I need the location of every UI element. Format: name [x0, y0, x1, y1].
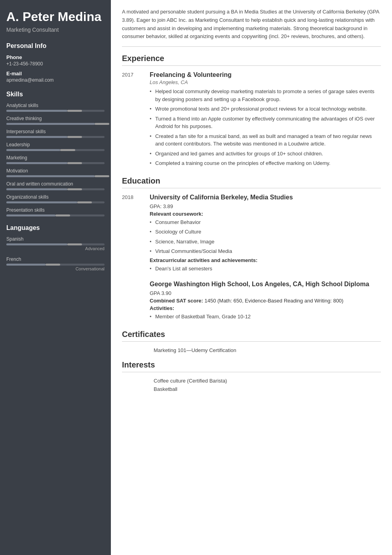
entry-subtitle: Los Angeles, CA [150, 79, 381, 85]
candidate-name: A. Peter Medina [6, 10, 105, 24]
entry-title: Freelancing & Volunteering [150, 71, 381, 78]
certificates-section: Certificates Marketing 101—Udemy Certifi… [122, 330, 381, 353]
skill-bar [6, 214, 105, 216]
main-content: A motivated and personable student pursu… [111, 0, 392, 555]
personal-info-heading: Personal Info [6, 42, 105, 50]
coursework-item: Sociology of Culture [150, 228, 381, 236]
entry-year: 2018 [122, 194, 150, 275]
entry-content: Freelancing & Volunteering Los Angeles, … [150, 71, 381, 169]
languages-list: Spanish Advanced French Conversational [6, 236, 105, 271]
language-bar [6, 264, 105, 266]
education-title: Education [122, 176, 381, 188]
skill-bar [6, 149, 105, 151]
experience-title: Experience [122, 54, 381, 66]
entry-year [122, 281, 150, 323]
gpa: GPA: 3.89 [150, 203, 381, 209]
skill-name: Creative thinking [6, 116, 105, 121]
skill-bar [6, 175, 105, 177]
experience-section: Experience 2017 Freelancing & Volunteeri… [122, 54, 381, 169]
bullet-item: Helped local community develop marketing… [150, 88, 381, 103]
certificates-list: Marketing 101—Udemy Certification [122, 347, 381, 353]
language-level: Conversational [6, 266, 105, 271]
skill-name: Analytical skills [6, 103, 105, 108]
skill-item: Analytical skills [6, 103, 105, 112]
entry-content: University of California Berkeley, Media… [150, 194, 381, 275]
education-section: Education 2018 University of California … [122, 176, 381, 323]
candidate-title: Marketing Consultant [6, 27, 105, 33]
interests-title: Interests [122, 360, 381, 372]
bullet-item: Turned a friend into an Apple customer b… [150, 115, 381, 130]
coursework-item: Consumer Behavior [150, 218, 381, 226]
interest-item: Basketball [122, 386, 381, 392]
entry-content: George Washington High School, Los Angel… [150, 281, 381, 323]
skill-name: Marketing [6, 155, 105, 161]
languages-heading: Languages [6, 224, 105, 232]
skills-heading: Skills [6, 91, 105, 98]
education-entries: 2018 University of California Berkeley, … [122, 194, 381, 323]
skill-bar [6, 162, 105, 164]
entry-title: University of California Berkeley, Media… [150, 194, 381, 201]
interests-section: Interests Coffee culture (Certified Bari… [122, 360, 381, 392]
skill-item: Motivation [6, 168, 105, 177]
coursework-item: Science, Narrative, Image [150, 238, 381, 246]
bullet-item: Completed a training course on the princ… [150, 159, 381, 167]
phone-value: +1-23-456-78900 [6, 61, 105, 67]
language-item: French Conversational [6, 256, 105, 271]
coursework-label: Relevant coursework: [150, 211, 381, 217]
phone-label: Phone [6, 54, 105, 60]
combined-sat-label: Combined SAT score: 1450 (Math: 650, Evi… [150, 298, 381, 304]
language-name: Spanish [6, 236, 105, 242]
coursework-item: Virtual Communities/Social Media [150, 247, 381, 255]
skill-item: Presentation skills [6, 207, 105, 216]
certificate-item: Marketing 101—Udemy Certification [122, 347, 381, 353]
language-item: Spanish Advanced [6, 236, 105, 251]
email-value: apmedina@email.com [6, 77, 105, 83]
skills-list: Analytical skills Creative thinking Inte… [6, 103, 105, 216]
skill-bar [6, 136, 105, 138]
interests-list: Coffee culture (Certified Barista)Basket… [122, 378, 381, 392]
activities-list: Member of Basketball Team, Grade 10-12 [150, 313, 381, 321]
skill-item: Leadership [6, 142, 105, 151]
sidebar: A. Peter Medina Marketing Consultant Per… [0, 0, 111, 555]
extracurricular-label: Extracurricular activities and achieveme… [150, 257, 381, 263]
extracurricular-item: Dean's List all semesters [150, 265, 381, 273]
skill-name: Leadership [6, 142, 105, 147]
language-level: Advanced [6, 246, 105, 251]
language-name: French [6, 256, 105, 262]
language-bar [6, 243, 105, 245]
experience-entry: 2017 Freelancing & Volunteering Los Ange… [122, 71, 381, 169]
skill-bar [6, 110, 105, 112]
combined-sat-value: 1450 (Math: 650, Evidence-Based Reading … [204, 298, 343, 304]
skill-name: Oral and written communication [6, 181, 105, 187]
skill-item: Creative thinking [6, 116, 105, 125]
skill-item: Oral and written communication [6, 181, 105, 190]
skill-bar [6, 188, 105, 190]
coursework-list: Consumer BehaviorSociology of CultureSci… [150, 218, 381, 255]
skill-item: Organizational skills [6, 194, 105, 203]
email-label: E-mail [6, 71, 105, 77]
entry-bullets: Helped local community develop marketing… [150, 88, 381, 167]
skill-bar [6, 201, 105, 203]
entry-year: 2017 [122, 71, 150, 169]
experience-entries: 2017 Freelancing & Volunteering Los Ange… [122, 71, 381, 169]
skill-item: Marketing [6, 155, 105, 164]
interest-item: Coffee culture (Certified Barista) [122, 378, 381, 384]
skill-item: Interpersonal skills [6, 129, 105, 138]
entry-title: George Washington High School, Los Angel… [150, 281, 381, 288]
skill-name: Organizational skills [6, 194, 105, 200]
skill-name: Motivation [6, 168, 105, 174]
bullet-item: Organized and led games and activities f… [150, 150, 381, 158]
activities-label: Activities: [150, 305, 381, 311]
bullet-item: Created a fan site for a musical band, a… [150, 132, 381, 148]
skill-name: Interpersonal skills [6, 129, 105, 134]
activity-item: Member of Basketball Team, Grade 10-12 [150, 313, 381, 321]
bullet-item: Wrote promotional texts and 20+ professi… [150, 105, 381, 113]
certificates-title: Certificates [122, 330, 381, 342]
gpa: GPA 3.90 [150, 290, 381, 296]
education-entry: George Washington High School, Los Angel… [122, 281, 381, 323]
summary-text: A motivated and personable student pursu… [122, 8, 381, 47]
skill-bar [6, 123, 105, 125]
extracurricular-list: Dean's List all semesters [150, 265, 381, 273]
skill-name: Presentation skills [6, 207, 105, 213]
education-entry: 2018 University of California Berkeley, … [122, 194, 381, 275]
